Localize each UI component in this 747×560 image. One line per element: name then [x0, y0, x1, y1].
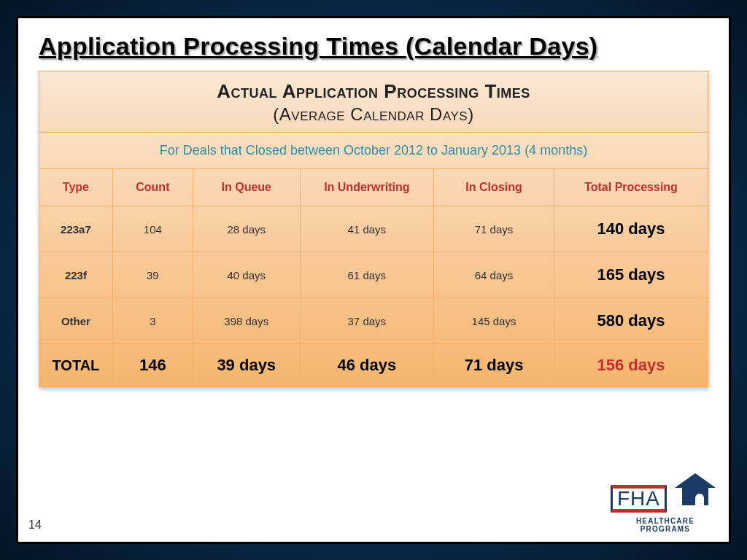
col-total: Total Processing	[554, 169, 708, 206]
cell-under: 61 days	[300, 252, 433, 298]
cell-count: 104	[112, 206, 193, 252]
table-row: Other 3 398 days 37 days 145 days 580 da…	[39, 298, 708, 344]
cell-queue: 40 days	[193, 252, 300, 298]
house-icon	[675, 473, 716, 507]
page-number: 14	[28, 518, 42, 532]
processing-table: Actual Application Processing Times (Ave…	[39, 71, 708, 387]
cell-queue: 39 days	[193, 344, 300, 387]
cell-under: 46 days	[300, 344, 433, 387]
cell-close: 64 days	[434, 252, 554, 298]
slide-title: Application Processing Times (Calendar D…	[39, 31, 708, 61]
col-under: In Underwriting	[300, 169, 433, 206]
cell-count: 146	[112, 344, 193, 387]
cell-type: 223a7	[39, 206, 113, 252]
fha-acronym: FHA	[617, 489, 660, 509]
cell-type: TOTAL	[39, 344, 113, 387]
col-close: In Closing	[434, 169, 554, 206]
cell-queue: 28 days	[193, 206, 300, 252]
table-row: 223a7 104 28 days 41 days 71 days 140 da…	[39, 206, 708, 252]
col-count: Count	[112, 169, 193, 206]
cell-close: 71 days	[434, 206, 554, 252]
table-subheader: For Deals that Closed between October 20…	[39, 133, 708, 169]
cell-total: 156 days	[554, 344, 708, 387]
cell-total: 580 days	[554, 298, 708, 344]
column-header-row: Type Count In Queue In Underwriting In C…	[39, 169, 708, 206]
cell-close: 71 days	[434, 344, 554, 387]
cell-count: 39	[112, 252, 193, 298]
table-title-2: (Average Calendar Days)	[45, 104, 702, 125]
cell-under: 37 days	[300, 298, 433, 344]
cell-queue: 398 days	[193, 298, 300, 344]
fha-acronym-box: FHA	[611, 485, 667, 513]
table-title-1: Actual Application Processing Times	[45, 80, 702, 103]
cell-under: 41 days	[300, 206, 433, 252]
col-type: Type	[39, 169, 113, 206]
cell-close: 145 days	[434, 298, 554, 344]
cell-type: Other	[39, 298, 113, 344]
slide: Application Processing Times (Calendar D…	[16, 16, 731, 544]
cell-count: 3	[112, 298, 193, 344]
fha-subtitle: HEALTHCARE PROGRAMS	[611, 517, 720, 533]
cell-total: 140 days	[554, 206, 708, 252]
cell-total: 165 days	[554, 252, 708, 298]
table-total-row: TOTAL 146 39 days 46 days 71 days 156 da…	[39, 344, 708, 387]
cell-type: 223f	[39, 252, 113, 298]
col-queue: In Queue	[193, 169, 300, 206]
table-row: 223f 39 40 days 61 days 64 days 165 days	[39, 252, 708, 298]
fha-logo: FHA HEALTHCARE PROGRAMS	[611, 473, 720, 533]
table-title-row: Actual Application Processing Times (Ave…	[39, 71, 708, 133]
table-subheader-row: For Deals that Closed between October 20…	[39, 133, 708, 169]
